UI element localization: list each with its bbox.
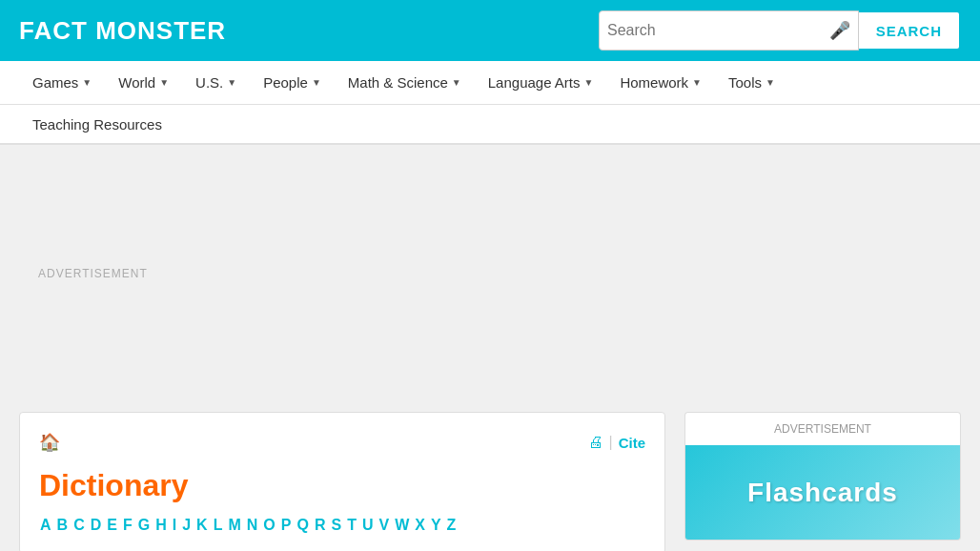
dict-letter-v[interactable]: V <box>378 517 390 534</box>
search-button[interactable]: SEARCH <box>859 10 961 51</box>
dict-letter-r[interactable]: R <box>314 517 327 534</box>
nav-item-homework[interactable]: Homework ▼ <box>606 61 715 104</box>
nav-item-language-arts-arrow: ▼ <box>584 77 594 88</box>
dict-letter-z[interactable]: Z <box>446 517 458 534</box>
nav-item-people-label: People <box>263 74 308 91</box>
dict-letter-m[interactable]: M <box>227 517 241 534</box>
dict-letter-e[interactable]: E <box>106 517 118 534</box>
nav-item-games-label: Games <box>32 74 78 91</box>
dict-letter-g[interactable]: G <box>137 517 151 534</box>
dict-letter-u[interactable]: U <box>361 517 375 534</box>
nav-item-us-arrow: ▼ <box>227 77 236 88</box>
nav-item-math-science[interactable]: Math & Science ▼ <box>335 61 475 104</box>
primary-nav: Games ▼ World ▼ U.S. ▼ People ▼ Math & S… <box>0 61 980 105</box>
nav-item-language-arts-label: Language Arts <box>488 74 581 91</box>
nav-item-tools-label: Tools <box>728 74 762 91</box>
site-logo: FACT MONSTER <box>19 16 226 46</box>
cite-link[interactable]: Cite <box>619 435 645 451</box>
dict-toolbar-right: 🖨 | Cite <box>588 434 646 451</box>
microphone-icon[interactable]: 🎤 <box>829 20 850 41</box>
flashcard-label: Flashcards <box>747 478 898 508</box>
nav-item-games[interactable]: Games ▼ <box>19 61 105 104</box>
nav-item-world-arrow: ▼ <box>159 77 169 88</box>
nav-item-tools[interactable]: Tools ▼ <box>715 61 788 104</box>
nav-item-math-science-arrow: ▼ <box>452 77 461 88</box>
dict-toolbar-left: 🏠 <box>39 432 60 453</box>
nav-item-teaching-resources-label: Teaching Resources <box>32 116 162 133</box>
nav-item-games-arrow: ▼ <box>82 77 92 88</box>
nav-item-world[interactable]: World ▼ <box>105 61 182 104</box>
dict-letter-x[interactable]: X <box>414 517 426 534</box>
nav-item-us-label: U.S. <box>195 74 223 91</box>
search-input[interactable] <box>607 22 829 39</box>
search-container: 🎤 SEARCH <box>599 10 961 51</box>
dict-letter-q[interactable]: Q <box>296 517 309 534</box>
toolbar-separator: | <box>609 434 613 451</box>
sidebar: ADVERTISEMENT Flashcards <box>684 412 961 551</box>
dict-letter-j[interactable]: J <box>181 517 192 534</box>
dict-letter-a[interactable]: A <box>39 517 52 534</box>
main-ad-label: ADVERTISEMENT <box>38 267 148 280</box>
sidebar-ad-label: ADVERTISEMENT <box>684 412 961 445</box>
dict-letter-o[interactable]: O <box>262 517 276 534</box>
dict-letter-b[interactable]: B <box>56 517 70 534</box>
dict-letter-h[interactable]: H <box>154 517 168 534</box>
dict-letter-p[interactable]: P <box>280 517 293 534</box>
dictionary-card: 🏠 🖨 | Cite Dictionary ABCDEFGHIJKLMNOPQR… <box>19 412 665 551</box>
nav-item-people[interactable]: People ▼ <box>250 61 335 104</box>
nav-item-teaching-resources[interactable]: Teaching Resources <box>19 105 175 143</box>
dict-letter-w[interactable]: W <box>394 517 410 534</box>
secondary-nav: Teaching Resources <box>0 105 980 145</box>
nav-item-people-arrow: ▼ <box>312 77 321 88</box>
dict-toolbar: 🏠 🖨 | Cite <box>39 432 645 453</box>
dict-letter-l[interactable]: L <box>213 517 224 534</box>
nav-item-tools-arrow: ▼ <box>766 77 775 88</box>
home-icon[interactable]: 🏠 <box>39 432 60 453</box>
nav-item-us[interactable]: U.S. ▼ <box>182 61 250 104</box>
nav-item-language-arts[interactable]: Language Arts ▼ <box>475 61 607 104</box>
dict-letter-d[interactable]: D <box>90 517 103 534</box>
header: FACT MONSTER 🎤 SEARCH <box>0 0 980 61</box>
dict-letter-i[interactable]: I <box>172 517 177 534</box>
dict-letter-t[interactable]: T <box>346 517 357 534</box>
nav-item-homework-arrow: ▼ <box>692 77 702 88</box>
dict-letter-k[interactable]: K <box>195 517 209 534</box>
nav-item-math-science-label: Math & Science <box>348 74 448 91</box>
main-ad-area: ADVERTISEMENT <box>0 145 980 402</box>
dict-letter-n[interactable]: N <box>246 517 259 534</box>
dict-alphabet: ABCDEFGHIJKLMNOPQRSTUVWXYZ <box>39 517 645 534</box>
search-input-wrapper: 🎤 <box>599 10 859 51</box>
flashcard-banner[interactable]: Flashcards <box>684 445 961 541</box>
dict-title: Dictionary <box>39 468 645 503</box>
print-icon[interactable]: 🖨 <box>588 434 603 451</box>
dict-letter-c[interactable]: C <box>72 517 86 534</box>
nav-item-world-label: World <box>118 74 155 91</box>
lower-section: 🏠 🖨 | Cite Dictionary ABCDEFGHIJKLMNOPQR… <box>0 402 980 551</box>
dict-letter-s[interactable]: S <box>330 517 342 534</box>
dict-letter-y[interactable]: Y <box>430 517 442 534</box>
nav-item-homework-label: Homework <box>620 74 688 91</box>
dict-letter-f[interactable]: F <box>122 517 133 534</box>
